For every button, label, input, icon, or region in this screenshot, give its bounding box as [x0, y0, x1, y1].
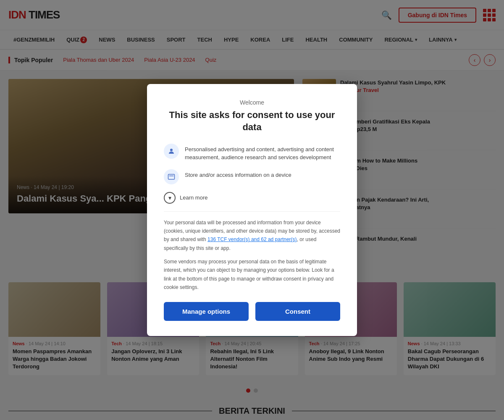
store-icon — [164, 169, 179, 184]
modal-welcome: Welcome — [164, 99, 340, 106]
svg-rect-2 — [169, 176, 174, 176]
modal-body-text-2: Some vendors may process your personal d… — [164, 257, 340, 292]
modal-title: This site asks for consent to use your d… — [164, 109, 340, 133]
modal-divider — [164, 211, 340, 212]
consent-overlay: Welcome This site asks for consent to us… — [0, 0, 504, 420]
consent-item-store: Store and/or access information on a dev… — [164, 169, 340, 184]
learn-more-row: ▾ Learn more — [164, 192, 340, 204]
learn-more-text: Learn more — [180, 194, 207, 201]
manage-options-button[interactable]: Manage options — [164, 302, 249, 321]
learn-more-button[interactable]: ▾ — [164, 192, 176, 204]
modal-buttons: Manage options Consent — [164, 302, 340, 321]
personalised-icon — [164, 144, 179, 159]
consent-text-personalised: Personalised advertising and content, ad… — [185, 144, 340, 162]
consent-button[interactable]: Consent — [255, 302, 340, 321]
modal-body-text-1: Your personal data will be processed and… — [164, 218, 340, 253]
svg-point-0 — [170, 149, 173, 151]
consent-modal: Welcome This site asks for consent to us… — [147, 84, 357, 336]
vendors-link[interactable]: 136 TCF vendor(s) and 62 ad partner(s) — [207, 236, 297, 242]
svg-rect-1 — [168, 174, 175, 179]
consent-item-personalised: Personalised advertising and content, ad… — [164, 144, 340, 162]
consent-text-store: Store and/or access information on a dev… — [185, 169, 291, 179]
